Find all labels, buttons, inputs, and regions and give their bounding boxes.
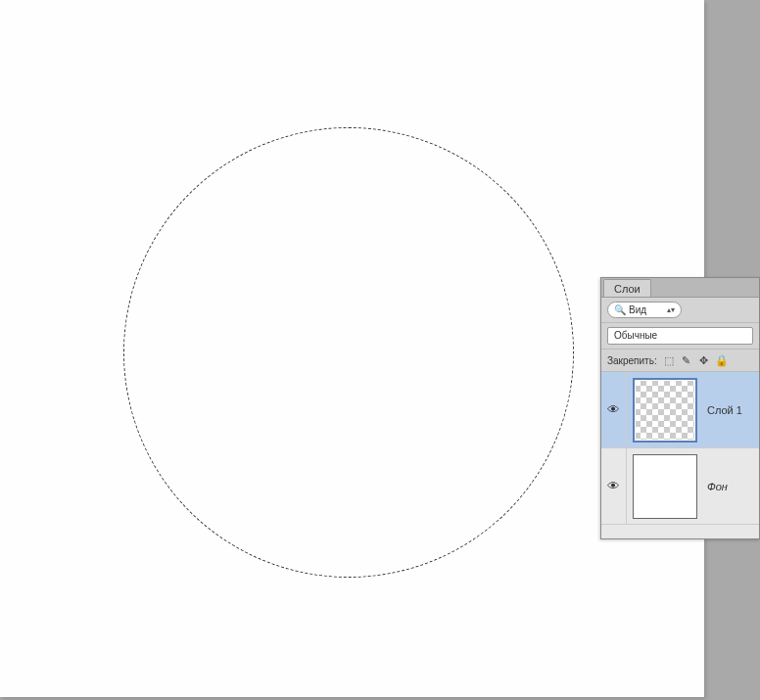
lock-all-icon[interactable]: 🔒 — [715, 353, 729, 367]
lock-icons: ⬚ ✎ ✥ 🔒 — [662, 353, 729, 367]
layer-item[interactable]: 👁 Слой 1 — [601, 372, 759, 448]
visibility-toggle[interactable]: 👁 — [601, 448, 627, 525]
blend-mode-dropdown[interactable]: Обычные — [607, 327, 753, 345]
search-icon: 🔍 — [614, 304, 626, 315]
layer-item[interactable]: 👁 Фон — [601, 448, 759, 525]
filter-label: Вид — [629, 304, 664, 315]
blend-row: Обычные — [601, 323, 759, 350]
layer-filter-dropdown[interactable]: 🔍 Вид ▴▾ — [607, 302, 682, 318]
lock-transparency-icon[interactable]: ⬚ — [662, 353, 676, 367]
lock-pixels-icon[interactable]: ✎ — [680, 353, 693, 367]
panel-tabs: Слои — [601, 278, 759, 298]
layers-list: 👁 Слой 1 👁 Фон — [601, 372, 759, 538]
tab-layers[interactable]: Слои — [603, 279, 651, 297]
eye-icon: 👁 — [607, 479, 620, 493]
layer-name-label[interactable]: Слой 1 — [703, 404, 759, 416]
marquee-selection — [123, 127, 574, 578]
updown-icon: ▴▾ — [667, 307, 675, 313]
layers-panel: Слои 🔍 Вид ▴▾ Обычные Закрепить: ⬚ ✎ ✥ 🔒… — [600, 277, 760, 539]
lock-label: Закрепить: — [607, 355, 657, 366]
visibility-toggle[interactable]: 👁 — [601, 372, 627, 448]
canvas[interactable] — [0, 0, 704, 697]
layer-thumbnail[interactable] — [633, 378, 697, 443]
layer-name-label[interactable]: Фон — [703, 481, 759, 492]
layer-thumbnail[interactable] — [633, 454, 697, 519]
eye-icon: 👁 — [607, 402, 620, 417]
filter-row: 🔍 Вид ▴▾ — [601, 298, 759, 323]
lock-position-icon[interactable]: ✥ — [697, 353, 711, 367]
lock-row: Закрепить: ⬚ ✎ ✥ 🔒 — [601, 350, 759, 372]
